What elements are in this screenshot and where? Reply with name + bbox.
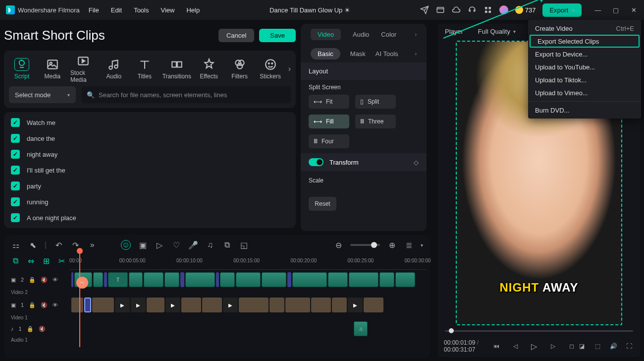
prop-tab-color[interactable]: Color [381, 31, 396, 38]
export-to-device[interactable]: Export to Device... [528, 48, 641, 60]
play-marker-icon[interactable]: ▷ [155, 240, 164, 250]
checkbox-icon[interactable]: ✓ [11, 181, 20, 190]
timeline-ruler[interactable]: 00:00 00:00:05:00 00:00:10:00 00:00:15:0… [69, 257, 426, 270]
lock-icon[interactable]: 🔒 [29, 302, 36, 308]
menu-view[interactable]: View [161, 6, 174, 14]
mute-icon[interactable]: 🔇 [41, 277, 48, 283]
shield-icon[interactable]: ♡ [171, 240, 181, 250]
quality-dropdown[interactable]: Full Quality▾ [478, 28, 516, 35]
script-line[interactable]: ✓I'll still get the [8, 163, 292, 178]
mute-icon[interactable]: 🔇 [39, 326, 46, 332]
menu-help[interactable]: Help [186, 6, 200, 14]
layout-fit[interactable]: ⟷Fit [309, 95, 349, 109]
timeline-view-icon[interactable]: ≣ [404, 240, 414, 250]
close-icon[interactable]: ✕ [629, 5, 638, 14]
zoom-in-icon[interactable]: ⊕ [387, 240, 397, 250]
upload-youtube[interactable]: Upload to YouTube... [528, 60, 641, 73]
checkbox-icon[interactable]: ✓ [11, 134, 20, 143]
script-line[interactable]: ✓A one night place [8, 210, 292, 225]
script-line[interactable]: ✓running [8, 194, 292, 209]
headset-icon[interactable] [468, 5, 477, 14]
marker-icon[interactable]: ⬚ [592, 341, 602, 351]
minimize-icon[interactable]: — [593, 5, 602, 14]
script-line[interactable]: ✓night away [8, 147, 292, 162]
export-create-video[interactable]: Create Video Ctrl+E [528, 22, 641, 35]
layout-fill[interactable]: ⟷Fill [309, 115, 349, 128]
lock-icon[interactable]: 🔒 [27, 326, 34, 332]
tabs-more-icon[interactable]: › [288, 64, 291, 73]
script-line[interactable]: ✓Watch me [8, 115, 292, 130]
tab-filters[interactable]: Filters [227, 58, 253, 80]
tab-script[interactable]: Script [9, 58, 35, 80]
keyframe-icon[interactable]: ◇ [414, 159, 419, 166]
tab-stock[interactable]: Stock Media [70, 55, 96, 83]
script-line[interactable]: ✓dance the [8, 131, 292, 146]
crop-icon[interactable]: ◱ [239, 240, 249, 250]
track-body[interactable]: T [71, 271, 426, 288]
cloud-icon[interactable] [452, 5, 461, 14]
upload-vimeo[interactable]: Upload to Vimeo... [528, 86, 641, 99]
checkbox-icon[interactable]: ✓ [11, 166, 20, 175]
options-icon[interactable]: ⚏ [11, 240, 21, 250]
mute-icon[interactable]: 🔇 [41, 302, 48, 308]
ai-face-icon[interactable]: ☺ [121, 240, 131, 250]
checkbox-icon[interactable]: ✓ [11, 197, 20, 206]
snapshot-icon[interactable]: ◪ [577, 341, 587, 351]
tab-media[interactable]: Media [40, 58, 65, 80]
track-tool-2[interactable]: ⇔ [26, 256, 36, 266]
more-icon[interactable]: › [415, 32, 417, 37]
track-body[interactable]: ▶ ▶ ▶ ▶ ▶ [71, 297, 426, 313]
step-back-icon[interactable]: ◁ [510, 341, 520, 351]
prop-tab-audio[interactable]: Audio [353, 31, 369, 38]
tab-titles[interactable]: Titles [132, 58, 158, 80]
stock-icon[interactable] [436, 5, 445, 14]
search-input[interactable]: 🔍 Search for file names, screen elements… [82, 86, 291, 103]
layout-split[interactable]: ▯Split [355, 95, 396, 109]
send-icon[interactable] [420, 5, 429, 14]
export-button[interactable]: Export ▾ [542, 3, 582, 17]
checkbox-icon[interactable]: ✓ [11, 213, 20, 222]
track-tool-1[interactable]: ⧉ [11, 256, 20, 266]
layout-three[interactable]: ⅢThree [355, 115, 396, 128]
subtab-mask[interactable]: Mask [350, 50, 366, 58]
tab-audio[interactable]: Audio [101, 58, 127, 80]
visibility-icon[interactable]: 👁 [53, 277, 58, 283]
menu-file[interactable]: File [89, 6, 99, 14]
lock-icon[interactable]: 🔒 [29, 277, 36, 283]
transform-toggle[interactable] [309, 158, 323, 166]
track-tool-4[interactable]: ✂ [57, 256, 66, 266]
save-button[interactable]: Save [259, 29, 296, 42]
play-icon[interactable]: ▷ [529, 341, 539, 351]
select-mode-dropdown[interactable]: Select mode ▾ [9, 86, 76, 103]
pointer-icon[interactable]: ⬉ [28, 240, 38, 250]
upload-tiktok[interactable]: Upload to Tiktok... [528, 73, 641, 86]
visibility-icon[interactable]: 👁 [53, 302, 58, 308]
stop-icon[interactable]: ◻ [567, 341, 577, 351]
prev-frame-icon[interactable]: ⏮ [491, 341, 501, 351]
prop-tab-video[interactable]: Video [311, 29, 341, 40]
grid-icon[interactable] [483, 5, 492, 14]
expand-icon[interactable]: » [87, 240, 97, 250]
mic-icon[interactable]: 🎤 [188, 240, 198, 250]
scissors-icon[interactable]: ✂ [76, 277, 88, 289]
track-tool-3[interactable]: ⊞ [42, 256, 51, 266]
transform-row[interactable]: Transform ◇ [301, 153, 427, 171]
tab-effects[interactable]: Effects [196, 58, 222, 80]
export-selected-clips[interactable]: Export Selected Clips [530, 35, 640, 48]
copy-icon[interactable]: ⧉ [222, 240, 232, 250]
tab-transitions[interactable]: Transitions [162, 58, 191, 80]
fullscreen-icon[interactable]: ⛶ [624, 341, 634, 351]
preview-scrubber[interactable] [438, 327, 640, 335]
script-line[interactable]: ✓party [8, 179, 292, 193]
volume-icon[interactable]: 🔊 [608, 341, 618, 351]
checkbox-icon[interactable]: ✓ [11, 118, 20, 127]
step-fwd-icon[interactable]: ▷ [548, 341, 558, 351]
playhead[interactable] [79, 253, 80, 347]
music-icon[interactable]: ♫ [205, 240, 215, 250]
subtab-ai[interactable]: AI Tools [376, 50, 398, 58]
menu-edit[interactable]: Edit [111, 6, 122, 14]
track-body[interactable]: ♫ [71, 320, 426, 337]
chevron-down-icon[interactable]: ▾ [421, 242, 423, 248]
menu-tools[interactable]: Tools [134, 6, 149, 14]
reset-button[interactable]: Reset [309, 197, 336, 211]
